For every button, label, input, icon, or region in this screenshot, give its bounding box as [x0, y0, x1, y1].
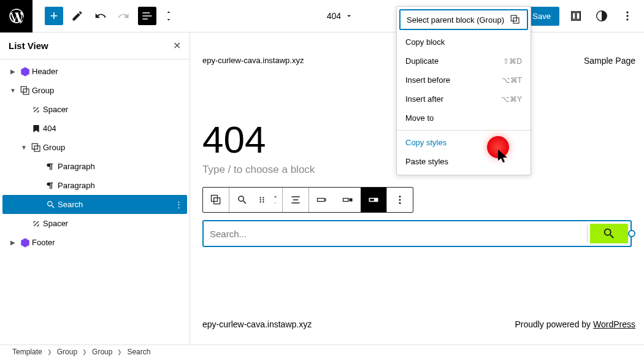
- block-parent-icon[interactable]: [203, 188, 229, 212]
- list-view-sidebar: List View ✕ ▶ Header ▼ Group Spacer 404 …: [0, 32, 190, 344]
- tree-item-spacer[interactable]: Spacer: [2, 214, 187, 233]
- undo-icon[interactable]: [91, 7, 110, 25]
- svg-point-14: [263, 199, 264, 200]
- svg-rect-25: [513, 18, 519, 23]
- search-block-icon[interactable]: [229, 188, 255, 212]
- list-view-toggle[interactable]: [138, 7, 156, 25]
- editor-topbar: + 404 ew Save: [0, 0, 644, 32]
- powered-by: Proudly powered by WordPress: [515, 319, 635, 329]
- group-icon: [510, 14, 521, 25]
- block-options-icon[interactable]: [387, 188, 413, 212]
- tree-label: Footer: [32, 238, 55, 247]
- tree-label: Spacer: [43, 219, 68, 228]
- sidebar-title: List View: [9, 40, 48, 51]
- wordpress-logo[interactable]: [0, 0, 33, 32]
- sample-page-link[interactable]: Sample Page: [584, 56, 635, 66]
- search-submit-button[interactable]: [590, 224, 628, 243]
- tree-item-paragraph[interactable]: Paragraph: [2, 157, 187, 176]
- chevron-down-icon[interactable]: [345, 12, 353, 20]
- tree-label: Group: [32, 86, 54, 95]
- svg-point-10: [260, 197, 261, 198]
- tree-label: Paragraph: [58, 181, 95, 190]
- align-icon[interactable]: [283, 188, 309, 212]
- svg-point-2: [626, 15, 628, 17]
- tree-item-404[interactable]: 404: [2, 119, 187, 138]
- svg-rect-8: [212, 196, 218, 202]
- svg-rect-17: [343, 199, 348, 202]
- svg-point-15: [263, 201, 264, 202]
- document-title[interactable]: 404: [327, 11, 341, 21]
- footer-site-title[interactable]: epy-curlew-cava.instawp.xyz: [202, 319, 312, 329]
- svg-point-12: [260, 201, 261, 202]
- resize-handle[interactable]: [628, 230, 635, 237]
- button-icon-toggle[interactable]: [361, 188, 386, 212]
- search-block[interactable]: [202, 220, 632, 247]
- crumb[interactable]: Group: [92, 348, 112, 356]
- crumb[interactable]: Group: [57, 348, 77, 356]
- divider: [587, 225, 588, 242]
- tree-label: Search: [58, 200, 83, 209]
- svg-point-13: [263, 197, 264, 198]
- block-breadcrumb: Template❯ Group❯ Group❯ Search: [0, 345, 644, 358]
- svg-rect-6: [32, 143, 37, 149]
- separator: [397, 130, 531, 131]
- wordpress-link[interactable]: WordPress: [593, 319, 635, 329]
- block-toolbar: [202, 187, 413, 213]
- search-input[interactable]: [204, 221, 587, 246]
- ctx-paste-styles[interactable]: Paste styles: [397, 152, 531, 171]
- svg-point-21: [399, 196, 401, 197]
- ctx-insert-after[interactable]: Insert after⌥⌘Y: [397, 90, 531, 109]
- crumb[interactable]: Search: [127, 348, 150, 356]
- tree-item-paragraph[interactable]: Paragraph: [2, 176, 187, 195]
- ctx-select-parent[interactable]: Select parent block (Group): [399, 9, 528, 30]
- tree-label: 404: [43, 124, 56, 133]
- tree-label: Spacer: [43, 105, 68, 114]
- label-toggle-icon[interactable]: [309, 188, 335, 212]
- ctx-duplicate[interactable]: Duplicate⇧⌘D: [397, 51, 531, 70]
- drag-handle-icon[interactable]: [255, 188, 269, 212]
- add-block-button[interactable]: +: [45, 7, 63, 25]
- chevron-down-icon[interactable]: [164, 16, 174, 23]
- edit-tool-icon[interactable]: [68, 7, 86, 25]
- svg-rect-5: [23, 89, 29, 94]
- tree-item-options[interactable]: ⋮: [175, 200, 182, 209]
- ctx-insert-before[interactable]: Insert before⌥⌘T: [397, 70, 531, 90]
- block-context-menu: Select parent block (Group) Copy block D…: [396, 6, 531, 175]
- tree-label: Group: [43, 143, 65, 152]
- close-icon[interactable]: ✕: [173, 40, 181, 51]
- ctx-copy-block[interactable]: Copy block: [397, 32, 531, 51]
- svg-point-23: [399, 202, 401, 204]
- svg-rect-18: [350, 199, 353, 202]
- tree-item-footer[interactable]: ▶ Footer: [2, 233, 187, 252]
- tree-item-group[interactable]: ▼ Group: [2, 138, 187, 157]
- svg-rect-24: [511, 15, 516, 21]
- svg-point-22: [399, 199, 401, 201]
- styles-icon[interactable]: [592, 7, 611, 25]
- tree-label: Header: [32, 67, 58, 76]
- move-updown-buttons[interactable]: [164, 9, 174, 23]
- svg-rect-4: [21, 86, 26, 92]
- svg-rect-16: [318, 199, 325, 202]
- redo-icon[interactable]: [115, 7, 133, 25]
- svg-point-11: [260, 199, 261, 200]
- chevron-up-icon[interactable]: [164, 9, 174, 16]
- tree-item-spacer[interactable]: Spacer: [2, 100, 187, 119]
- move-buttons[interactable]: [269, 188, 282, 212]
- svg-point-1: [626, 12, 628, 13]
- svg-rect-7: [34, 146, 40, 151]
- button-position-icon[interactable]: [335, 188, 361, 212]
- tree-item-header[interactable]: ▶ Header: [2, 62, 187, 81]
- ctx-move-to[interactable]: Move to: [397, 109, 531, 128]
- svg-rect-20: [370, 199, 374, 200]
- settings-panel-icon[interactable]: [567, 7, 585, 25]
- svg-rect-9: [214, 198, 220, 204]
- more-options-icon[interactable]: [618, 7, 637, 25]
- ctx-copy-styles[interactable]: Copy styles: [397, 133, 531, 152]
- svg-point-3: [626, 18, 628, 20]
- crumb[interactable]: Template: [12, 348, 42, 356]
- tree-label: Paragraph: [58, 162, 95, 171]
- tree-item-search[interactable]: Search ⋮: [2, 195, 187, 214]
- tree-item-group[interactable]: ▼ Group: [2, 81, 187, 100]
- cursor-indicator: [487, 136, 509, 158]
